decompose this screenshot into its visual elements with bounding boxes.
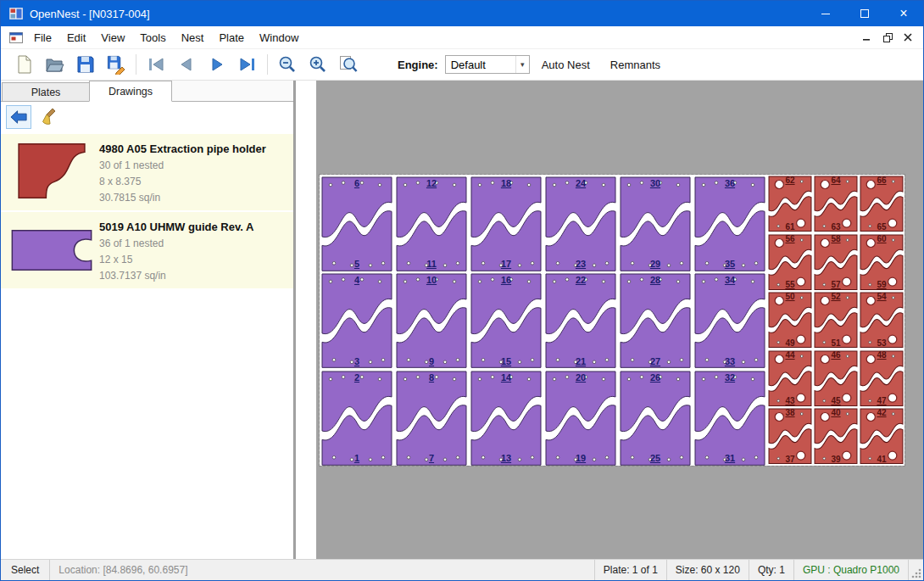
go-last-button[interactable] xyxy=(232,52,263,77)
part-number: 49 xyxy=(767,338,813,349)
nest-parts-31-32[interactable]: 3231 xyxy=(693,369,767,466)
maximize-icon xyxy=(860,9,869,18)
nest-parts-23-24[interactable]: 2423 xyxy=(543,175,618,271)
open-button[interactable] xyxy=(40,52,70,77)
menu-item-tools[interactable]: Tools xyxy=(132,28,173,47)
part-number: 43 xyxy=(767,396,813,406)
mdi-minimize-button[interactable] xyxy=(859,30,876,45)
nest-parts-33-34[interactable]: 3433 xyxy=(693,271,767,368)
part-number: 60 xyxy=(859,234,905,244)
nest-parts-27-28[interactable]: 2827 xyxy=(618,271,693,368)
new-button[interactable] xyxy=(9,52,40,77)
menu-item-window[interactable]: Window xyxy=(252,28,306,47)
mdi-restore-button[interactable] xyxy=(879,30,896,45)
plate-sheet[interactable]: 6512111817242330293635431091615222128273… xyxy=(320,175,905,466)
part-number: 28 xyxy=(618,275,693,285)
part-number: 32 xyxy=(693,372,767,383)
nest-parts-41-42[interactable]: 4241 xyxy=(859,407,905,466)
nest-parts-21-22[interactable]: 2221 xyxy=(543,271,618,368)
save-button[interactable] xyxy=(70,52,101,77)
open-folder-icon xyxy=(45,54,65,75)
send-back-button[interactable] xyxy=(6,105,31,129)
nest-parts-1-2[interactable]: 21 xyxy=(320,369,394,466)
part-number: 1 xyxy=(320,453,394,463)
nest-parts-47-48[interactable]: 4847 xyxy=(859,349,905,408)
nest-parts-15-16[interactable]: 1615 xyxy=(469,271,543,368)
nest-parts-3-4[interactable]: 43 xyxy=(320,271,394,368)
part-number: 4 xyxy=(320,275,394,285)
drawing-item-2[interactable]: 5019 A10 UHMW guide Rev. A36 of 1 nested… xyxy=(1,212,293,288)
zoom-fit-icon xyxy=(338,54,359,75)
clear-button[interactable] xyxy=(38,105,64,129)
maximize-button[interactable] xyxy=(845,1,884,26)
nest-parts-59-60[interactable]: 6059 xyxy=(859,233,905,292)
nest-parts-11-12[interactable]: 1211 xyxy=(394,175,469,271)
zoom-fit-button[interactable] xyxy=(333,52,364,77)
part-number: 40 xyxy=(813,408,859,418)
zoom-out-button[interactable] xyxy=(272,52,303,77)
part-number: 19 xyxy=(543,453,618,463)
close-button[interactable]: × xyxy=(884,1,923,26)
go-previous-button[interactable] xyxy=(171,52,202,77)
nest-parts-35-36[interactable]: 3635 xyxy=(693,175,767,271)
nest-parts-37-38[interactable]: 3837 xyxy=(767,407,813,466)
engine-selected-value: Default xyxy=(451,59,486,71)
menu-item-view[interactable]: View xyxy=(93,28,132,47)
tab-drawings[interactable]: Drawings xyxy=(89,81,172,102)
part-number: 15 xyxy=(469,356,543,366)
part-number: 34 xyxy=(693,275,767,285)
menu-item-file[interactable]: File xyxy=(26,28,59,47)
drawing-info: 5019 A10 UHMW guide Rev. A36 of 1 nested… xyxy=(99,216,253,284)
nest-parts-5-6[interactable]: 65 xyxy=(320,175,394,271)
nest-parts-65-66[interactable]: 6665 xyxy=(859,175,905,233)
menu-item-edit[interactable]: Edit xyxy=(59,28,93,47)
nest-parts-45-46[interactable]: 4645 xyxy=(813,349,859,408)
nest-parts-19-20[interactable]: 2019 xyxy=(543,369,618,466)
engine-select[interactable]: Default ▾ xyxy=(445,55,530,74)
menu-item-plate[interactable]: Plate xyxy=(211,28,252,47)
auto-nest-button[interactable]: Auto Nest xyxy=(533,53,598,76)
save-as-button[interactable] xyxy=(101,52,131,77)
go-first-button[interactable] xyxy=(141,52,171,77)
part-number: 23 xyxy=(543,259,618,269)
nest-parts-51-52[interactable]: 5251 xyxy=(813,291,859,349)
part-number: 35 xyxy=(693,259,767,269)
remnants-button[interactable]: Remnants xyxy=(602,53,669,76)
nest-parts-49-50[interactable]: 5049 xyxy=(767,291,813,349)
part-number: 30 xyxy=(618,178,693,188)
nest-parts-63-64[interactable]: 6463 xyxy=(813,175,859,233)
nest-parts-9-10[interactable]: 109 xyxy=(394,271,469,368)
part-number: 33 xyxy=(693,356,767,366)
drawing-item-1[interactable]: 4980 A05 Extraction pipe holder30 of 1 n… xyxy=(1,134,293,210)
nest-parts-13-14[interactable]: 1413 xyxy=(469,369,543,466)
zoom-in-button[interactable] xyxy=(303,52,333,77)
save-as-icon xyxy=(106,54,126,75)
nest-canvas[interactable]: 6512111817242330293635431091615222128273… xyxy=(294,81,923,559)
nest-parts-39-40[interactable]: 4039 xyxy=(813,407,859,466)
tab-plates[interactable]: Plates xyxy=(2,82,90,101)
sidebar: PlatesDrawings 4980 A05 Extraction pipe … xyxy=(1,81,294,559)
drawing-area: 103.7137 sq/in xyxy=(99,268,253,284)
mdi-close-button[interactable] xyxy=(899,30,916,45)
status-size: Size: 60 x 120 xyxy=(666,560,749,580)
chevron-down-icon: ▾ xyxy=(515,56,529,73)
nest-parts-29-30[interactable]: 3029 xyxy=(618,175,693,271)
nest-parts-25-26[interactable]: 2625 xyxy=(618,369,693,466)
part-number: 10 xyxy=(394,275,469,285)
nest-parts-43-44[interactable]: 4443 xyxy=(767,349,813,408)
nest-parts-57-58[interactable]: 5857 xyxy=(813,233,859,292)
drawing-title: 5019 A10 UHMW guide Rev. A xyxy=(99,221,253,233)
resize-grip[interactable] xyxy=(908,560,923,580)
nest-parts-55-56[interactable]: 5655 xyxy=(767,233,813,292)
minimize-button[interactable] xyxy=(806,1,845,26)
part-number: 65 xyxy=(859,222,905,232)
nest-parts-61-62[interactable]: 6261 xyxy=(767,175,813,233)
zoom-in-icon xyxy=(308,54,328,75)
go-next-button[interactable] xyxy=(202,52,232,77)
nest-parts-53-54[interactable]: 5453 xyxy=(859,291,905,349)
nest-parts-17-18[interactable]: 1817 xyxy=(469,175,543,271)
menu-item-nest[interactable]: Nest xyxy=(174,28,212,47)
nest-parts-7-8[interactable]: 87 xyxy=(394,369,469,466)
part-number: 7 xyxy=(394,453,469,463)
status-mode: Select xyxy=(1,560,50,580)
